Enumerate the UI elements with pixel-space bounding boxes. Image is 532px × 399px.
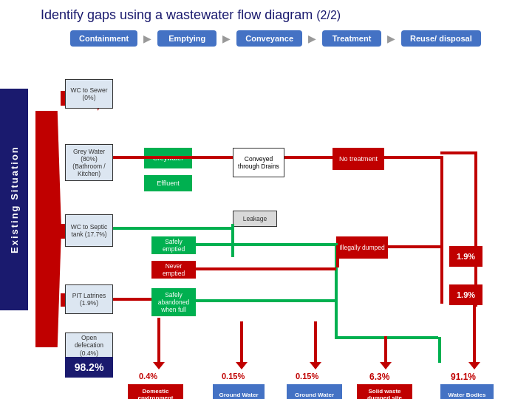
arrow3-icon: ▶ <box>308 33 316 44</box>
vline-solid-down <box>384 336 387 362</box>
pct-19-top: 1.9% <box>449 246 482 267</box>
pct-982: 98.2% <box>65 357 113 378</box>
arrow2-icon: ▶ <box>222 33 231 44</box>
water-bodies-box: Water Bodies <box>440 384 494 399</box>
hline-top-right <box>440 151 477 154</box>
open-defecation-box: Open defecation (0.4%) <box>65 332 113 358</box>
header-row: Containment ▶ Emptying ▶ Conveyance ▶ Tr… <box>70 30 521 47</box>
diagram-area: WC to Sewer (0%) Grey Water (80%) (Bathr… <box>30 55 525 373</box>
header-containment: Containment <box>70 30 137 47</box>
grey-water-box: Grey Water (80%) (Bathroom / Kitchen) <box>65 144 113 181</box>
pct-015-1: 0.15% <box>222 372 245 381</box>
hline-abandoned-right <box>196 299 336 302</box>
hline-safely-right2 <box>230 243 337 246</box>
hline-greywater <box>113 156 233 159</box>
arrow1-icon: ▶ <box>143 33 151 44</box>
slide: Identify gaps using a wastewater flow di… <box>0 0 532 399</box>
hline-never-right <box>196 267 336 270</box>
vline-never-up <box>336 245 339 267</box>
safely-abandoned-box: Safely abandoned when full <box>151 288 196 316</box>
never-emptied-box: Never emptied <box>151 261 196 279</box>
header-conveyance: Conveyance <box>236 30 302 47</box>
wc-sewer-box: WC to Sewer (0%) <box>65 79 113 109</box>
vline-ground-down <box>240 321 243 362</box>
domestic-env-box: Domestic environment <box>128 384 183 399</box>
illegally-dumped-box: Illegally dumped <box>336 236 388 259</box>
vline-ground2-down <box>314 321 317 362</box>
vline-right <box>440 156 443 304</box>
arrowhead-solid <box>380 362 392 369</box>
no-treatment-box: No treatment <box>332 148 384 170</box>
left-entry-arrow <box>35 111 61 347</box>
header-treatment: Treatment <box>322 30 381 47</box>
safely-emptied-box: Safely emptied <box>151 236 196 254</box>
effluent-box: Effluent <box>144 175 192 191</box>
leakage-box: Leakage <box>233 211 277 227</box>
existing-situation-label: Existing Situation <box>0 89 28 310</box>
vline-far-right <box>474 151 477 307</box>
vline-domestic-down <box>157 318 160 362</box>
hline-notreatment-right <box>384 156 443 159</box>
title-sub: (2/2) <box>316 9 341 21</box>
arrowhead-ground <box>236 362 248 369</box>
arrow4-icon: ▶ <box>387 33 395 44</box>
header-reuse: Reuse/ disposal <box>401 30 481 47</box>
pct-911: 91.1% <box>451 372 476 382</box>
hline-illegally-right <box>388 245 443 248</box>
hline-pit <box>113 298 151 301</box>
pct-19-bottom: 1.9% <box>449 284 482 305</box>
hline-conveyed-treatment <box>284 156 332 159</box>
wc-septic-box: WC to Septic tank (17.7%) <box>65 214 113 247</box>
hline-safely-right <box>196 243 233 246</box>
solid-waste-box: Solid waste dumped site <box>357 384 412 399</box>
header-emptying: Emptying <box>157 30 216 47</box>
ground-water-box2: Ground Water <box>287 384 342 399</box>
arrowhead-ground2 <box>310 362 321 369</box>
pct-015-2: 0.15% <box>296 372 318 381</box>
title-main: Identify gaps using a wastewater flow di… <box>41 7 313 22</box>
arrowhead-water <box>468 362 480 369</box>
vline-green-branch <box>231 224 234 257</box>
ground-water-box: Ground Water <box>213 384 265 399</box>
hline-septic-green <box>113 227 231 230</box>
arrowhead-domestic <box>153 362 165 369</box>
conveyed-drains-box: Conveyed through Drains <box>233 148 284 177</box>
entry-arrow-pit <box>61 293 65 307</box>
pit-latrines-box: PIT Latrines (1.9%) <box>65 284 113 314</box>
pct-04: 0.4% <box>139 372 157 381</box>
page-title: Identify gaps using a wastewater flow di… <box>11 7 521 23</box>
pct-63: 6.3% <box>369 372 389 382</box>
vline-green-end <box>438 337 441 363</box>
vline-water-down <box>473 303 476 362</box>
